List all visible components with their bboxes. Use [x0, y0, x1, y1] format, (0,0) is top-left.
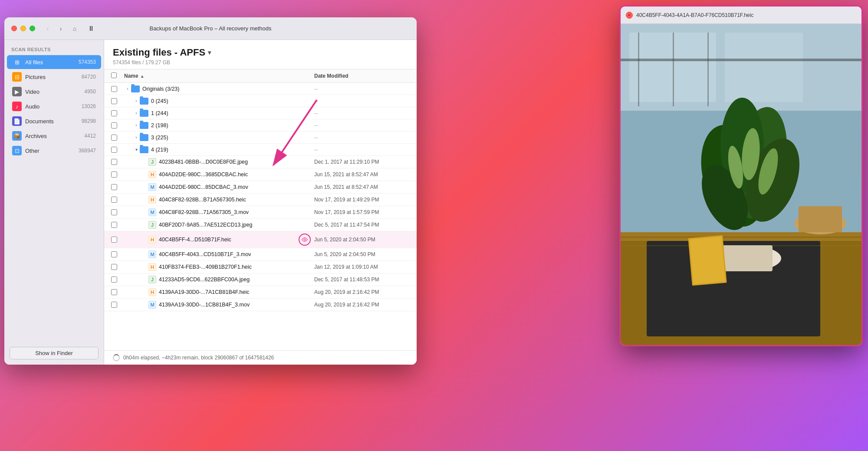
svg-rect-16	[720, 245, 773, 271]
dropdown-arrow-icon[interactable]: ▾	[208, 49, 211, 56]
row-checkbox[interactable]	[111, 135, 117, 141]
row-checkbox-cell	[111, 171, 124, 178]
svg-rect-13	[621, 237, 861, 238]
select-all-checkbox[interactable]	[111, 72, 117, 78]
audio-count: 13026	[82, 103, 96, 109]
forward-button[interactable]: ›	[55, 24, 66, 33]
row-checkbox[interactable]	[111, 122, 117, 128]
row-checkbox-cell	[111, 251, 124, 257]
table-row: J 41233AD5-9CD6...622BBFC00A.jpeg Dec 5,…	[104, 273, 417, 286]
row-checkbox[interactable]	[111, 302, 117, 308]
row-checkbox[interactable]	[111, 98, 117, 104]
archives-label: Archives	[25, 133, 81, 139]
row-checkbox-cell	[111, 122, 124, 128]
row-checkbox-cell	[111, 159, 124, 165]
show-in-finder-button[interactable]: Show in Finder	[10, 347, 99, 359]
row-filename: 40C4B5FF-4043...CD510B71F_3.mov	[159, 251, 314, 257]
file-type-icon: M	[148, 183, 156, 191]
date-column-header[interactable]: Date Modified	[314, 73, 410, 79]
row-checkbox[interactable]	[111, 147, 117, 153]
pictures-icon: ⊟	[12, 72, 22, 82]
table-row: › Originals (3/23) --	[104, 83, 417, 95]
video-icon: ▶	[12, 87, 22, 96]
all-files-icon: ⊞	[12, 57, 22, 67]
sidebar-item-video[interactable]: ▶ Video 4950	[7, 85, 101, 99]
row-checkbox[interactable]	[111, 277, 117, 283]
preview-close-button[interactable]: ✕	[626, 12, 633, 19]
row-checkbox[interactable]	[111, 171, 117, 178]
table-row: M 404AD2DE-980C...85DCBAC_3.mov Jun 15, …	[104, 181, 417, 194]
row-filename: 40BF20D7-9A85...7AE512ECD13.jpeg	[159, 222, 314, 228]
svg-rect-26	[799, 206, 842, 232]
preview-eye-button[interactable]	[299, 234, 311, 246]
row-filename: 4139AA19-30D0-...7A1CB81B4F.heic	[159, 289, 314, 295]
table-row: M 40C4B5FF-4043...CD510B71F_3.mov Jun 5,…	[104, 248, 417, 261]
header-checkbox-cell	[111, 72, 124, 80]
table-row: H 404C8F82-928B...B71A567305.heic Nov 17…	[104, 194, 417, 206]
row-checkbox[interactable]	[111, 86, 117, 92]
sidebar-item-other[interactable]: ⊡ Other 368947	[7, 144, 101, 158]
row-checkbox[interactable]	[111, 222, 117, 228]
audio-label: Audio	[25, 103, 78, 110]
row-date: Aug 20, 2019 at 2:16:42 PM	[314, 302, 410, 308]
home-button[interactable]: ⌂	[69, 24, 80, 33]
status-bar: 0h04m elapsed, ~4h23m remain, block 2906…	[104, 350, 417, 365]
file-type-icon: M	[148, 301, 156, 309]
pause-button[interactable]: ⏸	[85, 24, 97, 33]
documents-label: Documents	[25, 118, 78, 125]
table-row: › 3 (225) --	[104, 132, 417, 144]
row-checkbox[interactable]	[111, 237, 117, 243]
row-date: Jun 15, 2021 at 8:52:47 AM	[314, 171, 410, 178]
row-checkbox-cell	[111, 277, 124, 283]
expand-button[interactable]: ›	[133, 110, 140, 117]
table-row: › 2 (198) --	[104, 119, 417, 132]
back-button[interactable]: ‹	[42, 24, 53, 33]
close-button[interactable]	[11, 26, 17, 31]
svg-rect-5	[725, 33, 803, 102]
svg-rect-7	[638, 33, 639, 106]
row-date: --	[314, 110, 410, 116]
expand-button[interactable]: ›	[124, 86, 131, 92]
row-filename: 41233AD5-9CD6...622BBFC00A.jpeg	[159, 277, 314, 283]
table-row: M 4139AA19-30D0-...1CB81B4F_3.mov Aug 20…	[104, 299, 417, 311]
expand-button[interactable]: ›	[133, 122, 140, 129]
documents-icon: 📄	[12, 116, 22, 126]
sidebar-item-archives[interactable]: 📦 Archives 4412	[7, 129, 101, 143]
content-title-text: Existing files - APFS	[113, 47, 205, 58]
row-checkbox[interactable]	[111, 184, 117, 190]
row-checkbox-cell	[111, 86, 124, 92]
row-checkbox[interactable]	[111, 264, 117, 270]
row-date: --	[314, 147, 410, 153]
sidebar-item-all-files[interactable]: ⊞ All files 574353	[7, 55, 101, 69]
file-type-icon: M	[148, 250, 156, 258]
minimize-button[interactable]	[20, 26, 26, 31]
expand-button[interactable]: ›	[133, 98, 140, 105]
folder-icon	[140, 122, 148, 129]
sidebar-item-pictures[interactable]: ⊟ Pictures 84720	[7, 70, 101, 84]
nav-buttons: ‹ › ⌂ ⏸	[42, 24, 97, 33]
sidebar-item-documents[interactable]: 📄 Documents 98298	[7, 114, 101, 128]
row-checkbox[interactable]	[111, 159, 117, 165]
row-checkbox[interactable]	[111, 209, 117, 215]
row-date: --	[314, 98, 410, 104]
content-subtitle: 574354 files / 179.27 GB	[113, 59, 408, 66]
preview-window: ✕ 40C4B5FF-4043-4A1A-B7A0-F76CD510B71F.h…	[621, 7, 861, 345]
maximize-button[interactable]	[30, 26, 35, 31]
name-column-header[interactable]: Name ▲	[124, 73, 314, 79]
content-title: Existing files - APFS ▾	[113, 47, 408, 58]
row-checkbox[interactable]	[111, 251, 117, 257]
archives-count: 4412	[84, 133, 96, 139]
row-checkbox-cell	[111, 264, 124, 270]
expand-button[interactable]: ›	[133, 134, 140, 141]
table-row: M 404C8F82-928B...71A567305_3.mov Nov 17…	[104, 206, 417, 219]
collapse-button[interactable]: ▾	[133, 146, 140, 153]
table-row: › 1 (244) --	[104, 107, 417, 119]
file-type-icon: J	[148, 221, 156, 229]
sidebar-item-audio[interactable]: ♪ Audio 13026	[7, 99, 101, 113]
row-checkbox[interactable]	[111, 197, 117, 203]
row-checkbox[interactable]	[111, 110, 117, 116]
row-checkbox-cell	[111, 197, 124, 203]
row-checkbox[interactable]	[111, 289, 117, 295]
sidebar-footer: Show in Finder	[4, 342, 104, 365]
row-date: Dec 5, 2017 at 11:48:53 PM	[314, 277, 410, 283]
